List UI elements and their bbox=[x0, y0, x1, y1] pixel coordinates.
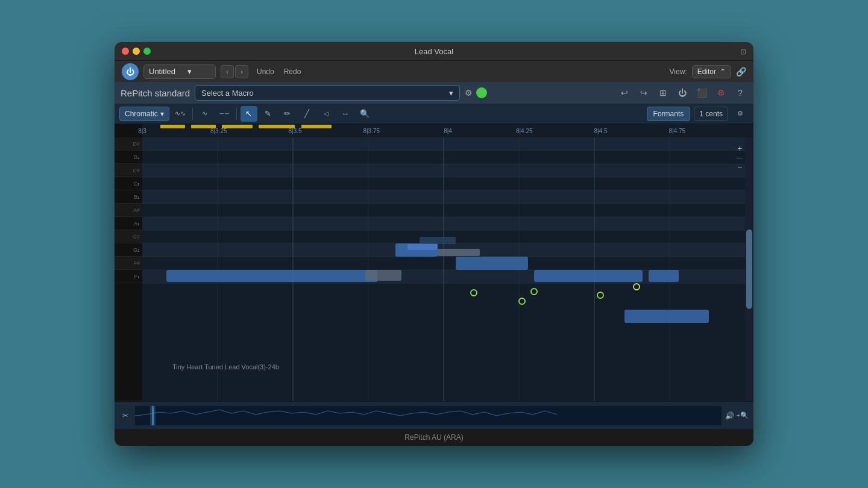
svg-rect-39 bbox=[624, 310, 709, 323]
scale-dropdown[interactable]: Chromatic ▾ bbox=[119, 107, 169, 121]
redo-plugin-button[interactable]: ↪ bbox=[637, 86, 651, 100]
clip-marker bbox=[301, 125, 332, 128]
monitor-plugin-button[interactable]: ⬛ bbox=[694, 86, 709, 100]
plugin-bar-right: ↩ ↪ ⊞ ⏻ ⬛ ⚙ ? bbox=[617, 86, 747, 100]
vertical-scrollbar[interactable] bbox=[745, 137, 753, 401]
undo-plugin-button[interactable]: ↩ bbox=[617, 86, 632, 100]
macro-dropdown-arrow: ▾ bbox=[449, 89, 453, 98]
key-a3: A₃ bbox=[115, 217, 142, 230]
link-icon[interactable]: 🔗 bbox=[736, 67, 746, 77]
waveform-svg bbox=[135, 406, 722, 425]
timeline-marker-6: 8|4.5 bbox=[594, 128, 607, 134]
humanize-tool-button[interactable]: ∿∿ bbox=[172, 106, 189, 122]
waveform-scissors-button[interactable]: ✂ bbox=[119, 410, 131, 422]
zoom-in-button[interactable]: + bbox=[737, 143, 742, 153]
filter-icon[interactable]: ⚙ bbox=[465, 88, 473, 98]
piano-keys: D# D₄ C# C₃ B₃ A# A₃ G# G₃ F# F₃ bbox=[115, 137, 142, 401]
scrollbar-thumb[interactable] bbox=[746, 230, 752, 308]
stretch-tool-button[interactable]: ↔ bbox=[337, 106, 354, 122]
piano-roll: 8|3 8|3.25 8|3.5 8|3.75 8|4 8|4.25 8|4.5… bbox=[115, 124, 753, 429]
view-dropdown-arrow: ⌃ bbox=[720, 67, 726, 76]
bottom-label: RePitch AU (ARA) bbox=[404, 433, 463, 442]
cents-display: 1 cents bbox=[694, 107, 728, 121]
scale-dropdown-arrow: ▾ bbox=[160, 110, 164, 118]
timeline-marker-1: 8|3.25 bbox=[210, 128, 227, 134]
svg-rect-31 bbox=[365, 270, 401, 281]
waveform-strip: ✂ 🔊 +🔍 bbox=[115, 401, 753, 429]
zoom-divider: — bbox=[737, 154, 743, 161]
svg-rect-45 bbox=[135, 406, 722, 425]
clip-marker bbox=[160, 125, 185, 128]
magnify-tool-button[interactable]: 🔍 bbox=[356, 106, 373, 122]
svg-rect-34 bbox=[420, 237, 456, 244]
erase-tool-button[interactable]: ◁ bbox=[318, 106, 335, 122]
project-dropdown[interactable]: Untitled ▾ bbox=[143, 64, 216, 79]
minimize-button[interactable] bbox=[133, 48, 140, 55]
key-csharp: C# bbox=[115, 164, 142, 177]
undo-button[interactable]: Undo bbox=[253, 66, 278, 77]
scale-label: Chromatic bbox=[125, 110, 158, 118]
main-window: Lead Vocal ⊡ ⏻ Untitled ▾ ‹ › Undo Redo … bbox=[115, 42, 753, 446]
timeline-marker-4: 8|4 bbox=[444, 128, 452, 134]
expand-icon[interactable]: ⊡ bbox=[740, 48, 746, 56]
tool-separator-1 bbox=[192, 108, 193, 120]
tool-separator-2 bbox=[236, 108, 237, 120]
timeline-marker-5: 8|4.25 bbox=[516, 128, 533, 134]
grid-plugin-button[interactable]: ⊞ bbox=[656, 86, 670, 100]
key-asharp: A# bbox=[115, 204, 142, 217]
status-dot bbox=[476, 87, 487, 98]
timeline-markers: 8|3 8|3.25 8|3.5 8|3.75 8|4 8|4.25 8|4.5… bbox=[142, 124, 753, 137]
waveform-view[interactable] bbox=[135, 406, 722, 425]
pianoroll-canvas: Tiny Heart Tuned Lead Vocal(3)-24b bbox=[142, 137, 745, 401]
wave-tool-1[interactable]: ∿ bbox=[197, 106, 213, 122]
view-dropdown[interactable]: Editor ⌃ bbox=[692, 65, 731, 78]
macro-dropdown[interactable]: Select a Macro ▾ bbox=[195, 85, 460, 101]
extra-settings-button[interactable]: ⚙ bbox=[732, 106, 749, 122]
traffic-lights bbox=[122, 48, 151, 55]
svg-rect-33 bbox=[407, 244, 438, 250]
window-title: Lead Vocal bbox=[415, 47, 453, 56]
timeline-marker-3: 8|3.75 bbox=[363, 128, 380, 134]
key-d5: D₄ bbox=[115, 151, 142, 164]
nav-arrows: ‹ › bbox=[221, 65, 248, 78]
svg-rect-47 bbox=[150, 406, 156, 425]
draw-free-tool-button[interactable]: ✏ bbox=[279, 106, 296, 122]
back-button[interactable]: ‹ bbox=[221, 65, 234, 78]
title-bar: Lead Vocal ⊡ bbox=[115, 42, 753, 60]
key-f3: F₃ bbox=[115, 270, 142, 283]
power-plugin-button[interactable]: ⏻ bbox=[675, 86, 690, 100]
timeline-marker-2: 8|3.5 bbox=[288, 128, 301, 134]
help-plugin-button[interactable]: ? bbox=[733, 86, 747, 100]
settings-plugin-button[interactable]: ⚙ bbox=[714, 86, 728, 100]
timeline-marker-0: 8|3 bbox=[138, 128, 146, 134]
macro-placeholder: Select a Macro bbox=[201, 89, 254, 98]
key-dsharp: D# bbox=[115, 137, 142, 151]
forward-button[interactable]: › bbox=[235, 65, 248, 78]
svg-rect-36 bbox=[456, 257, 528, 270]
formants-button[interactable]: Formants bbox=[647, 107, 691, 121]
wave-tool-2[interactable]: ∽∽ bbox=[216, 106, 233, 122]
redo-button[interactable]: Redo bbox=[280, 66, 305, 77]
key-c3: C₃ bbox=[115, 177, 142, 190]
fullscreen-button[interactable] bbox=[143, 48, 151, 55]
waveform-zoom-icon[interactable]: 🔊 bbox=[725, 411, 734, 420]
project-name: Untitled bbox=[149, 67, 175, 76]
key-b3: B₃ bbox=[115, 190, 142, 204]
zoom-controls: 🔊 +🔍 bbox=[725, 411, 749, 420]
line-tool-button[interactable]: ╱ bbox=[298, 106, 315, 122]
select-tool-button[interactable]: ↖ bbox=[241, 106, 257, 122]
svg-rect-38 bbox=[649, 270, 679, 282]
piano-roll-inner: D# D₄ C# C₃ B₃ A# A₃ G# G₃ F# F₃ bbox=[115, 137, 753, 401]
grid-area[interactable]: Tiny Heart Tuned Lead Vocal(3)-24b + — − bbox=[142, 137, 753, 401]
view-mode: Editor bbox=[697, 67, 716, 76]
waveform-zoom-plus[interactable]: +🔍 bbox=[737, 411, 749, 419]
key-extra bbox=[115, 283, 142, 401]
macro-actions: ⚙ bbox=[465, 87, 487, 98]
zoom-out-button[interactable]: − bbox=[737, 162, 742, 172]
power-button[interactable]: ⏻ bbox=[122, 63, 139, 80]
close-button[interactable] bbox=[122, 48, 129, 55]
view-label: View: bbox=[670, 67, 687, 76]
zoom-icon-area: + — − bbox=[737, 143, 743, 172]
pencil-tool-button[interactable]: ✎ bbox=[260, 106, 277, 122]
svg-rect-37 bbox=[534, 270, 643, 282]
